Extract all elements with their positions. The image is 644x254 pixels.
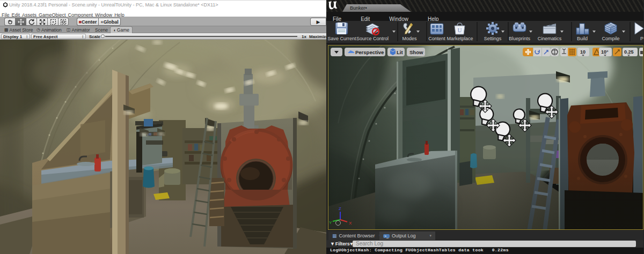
svg-text:Show: Show: [409, 49, 423, 55]
svg-text:Source Control: Source Control: [356, 36, 389, 41]
svg-text:Perspective: Perspective: [355, 49, 384, 55]
svg-text:X: X: [349, 221, 352, 226]
svg-text:Marketplace: Marketplace: [447, 36, 473, 41]
svg-text:10°: 10°: [601, 49, 609, 55]
svg-text:10: 10: [580, 49, 586, 55]
svg-text:0.25: 0.25: [624, 49, 634, 55]
svg-text:Blueprints: Blueprints: [509, 36, 531, 41]
svg-text:Build: Build: [577, 36, 588, 41]
svg-text:Y: Y: [329, 220, 332, 225]
svg-text:U: U: [458, 27, 462, 33]
svg-text:Modes: Modes: [402, 36, 417, 41]
svg-text:Z: Z: [339, 206, 341, 211]
svg-text:P: P: [640, 36, 643, 41]
svg-text:Save Current: Save Current: [327, 36, 356, 41]
svg-text:Lit: Lit: [397, 49, 403, 55]
svg-text:Settings: Settings: [484, 36, 502, 41]
svg-text:Cinematics: Cinematics: [538, 36, 562, 41]
svg-text:Content: Content: [428, 36, 445, 41]
svg-text:Compile: Compile: [602, 36, 619, 41]
